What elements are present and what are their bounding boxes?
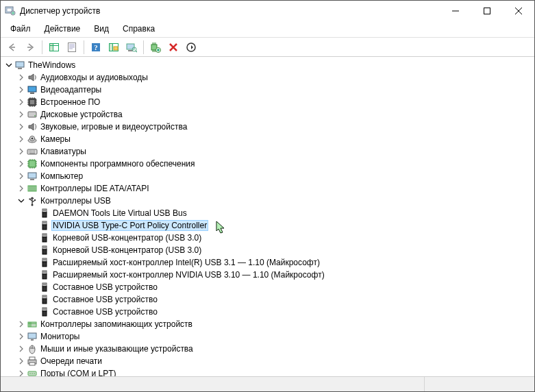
expand-collapse-toggle[interactable] xyxy=(3,60,14,71)
svg-rect-45 xyxy=(42,234,47,237)
firmware-icon xyxy=(27,97,38,108)
expand-collapse-toggle[interactable] xyxy=(16,331,27,342)
toolbar-forward-button[interactable] xyxy=(22,39,38,56)
tree-item[interactable]: Контроллеры IDE ATA/ATAPI xyxy=(3,182,534,195)
storage-icon xyxy=(27,319,38,330)
tree-item[interactable]: Очереди печати xyxy=(3,355,534,367)
tree-item-label: Корневой USB-концентратор (USB 3.0) xyxy=(51,245,203,255)
svg-rect-42 xyxy=(42,225,47,230)
toolbar-help-button[interactable]: ? xyxy=(88,39,104,56)
tree-item-label: Аудиовходы и аудиовыходы xyxy=(39,73,149,82)
expand-collapse-toggle[interactable] xyxy=(16,134,27,145)
svg-rect-51 xyxy=(44,247,45,248)
expand-collapse-toggle[interactable] xyxy=(16,195,27,206)
tree-item[interactable]: Корневой USB-концентратор (USB 3.0) xyxy=(3,244,534,256)
content-pane: TheWindowsАудиовходы и аудиовыходыВидеоа… xyxy=(1,57,534,376)
expand-collapse-toggle[interactable] xyxy=(16,109,27,120)
toolbar-add-legacy-button[interactable] xyxy=(147,39,164,56)
tree-item[interactable]: Контроллеры USB xyxy=(3,195,534,207)
menu-view[interactable]: Вид xyxy=(88,23,114,36)
menu-action[interactable]: Действие xyxy=(39,23,86,36)
toolbar-update-driver-button[interactable] xyxy=(105,39,122,56)
svg-rect-62 xyxy=(42,286,47,291)
tree-item[interactable]: Аудиовходы и аудиовыходы xyxy=(3,71,534,84)
tree-item-label: Расширяемый хост-контроллер Intel(R) USB… xyxy=(51,258,321,267)
tree-item[interactable]: Дисковые устройства xyxy=(3,108,534,121)
svg-rect-52 xyxy=(45,247,46,248)
expand-collapse-toggle[interactable] xyxy=(16,84,27,95)
toolbar-properties-button[interactable] xyxy=(64,39,80,56)
tree-item-label: DAEMON Tools Lite Virtual USB Bus xyxy=(51,208,188,218)
audio-icon xyxy=(27,72,38,83)
tree-item[interactable]: TheWindows xyxy=(3,59,534,71)
tree-item-label: Клавиатуры xyxy=(39,147,88,156)
tree-item[interactable]: Компьютер xyxy=(3,170,534,182)
tree-item[interactable]: DAEMON Tools Lite Virtual USB Bus xyxy=(3,207,534,219)
expand-collapse-toggle[interactable] xyxy=(16,72,27,83)
svg-rect-1 xyxy=(7,8,12,12)
maximize-button[interactable] xyxy=(471,1,503,21)
tree-item[interactable]: Звуковые, игровые и видеоустройства xyxy=(3,121,534,133)
expand-collapse-toggle[interactable] xyxy=(16,158,27,169)
statusbar-pane-left xyxy=(1,377,425,391)
tree-item[interactable]: Корневой USB-концентратор (USB 3.0) xyxy=(3,232,534,244)
tree-item[interactable]: Расширяемый хост-контроллер NVIDIA USB 3… xyxy=(3,269,534,281)
computer-icon xyxy=(27,171,38,182)
svg-rect-47 xyxy=(44,234,45,236)
svg-rect-56 xyxy=(45,259,46,260)
svg-rect-19 xyxy=(18,68,22,69)
expand-collapse-toggle[interactable] xyxy=(16,97,27,108)
tree-item-label: Составное USB устройство xyxy=(51,295,159,304)
usb-icon xyxy=(27,195,38,206)
svg-rect-3 xyxy=(484,8,490,14)
svg-rect-57 xyxy=(42,271,47,274)
svg-rect-70 xyxy=(42,311,47,316)
tree-item[interactable]: Клавиатуры xyxy=(3,145,534,158)
device-tree[interactable]: TheWindowsАудиовходы и аудиовыходыВидеоа… xyxy=(1,58,534,376)
expand-collapse-toggle[interactable] xyxy=(16,356,27,367)
tree-item[interactable]: Контроллеры запоминающих устройств xyxy=(3,318,534,330)
menu-help[interactable]: Справка xyxy=(117,23,160,36)
tree-item-label: Компоненты программного обеспечения xyxy=(39,159,197,169)
usb-device-icon xyxy=(39,257,50,268)
window-controls xyxy=(440,1,534,21)
tree-item[interactable]: NVIDIA USB Type-C Port Policy Controller xyxy=(3,219,534,232)
disk-icon xyxy=(27,109,38,120)
tree-item[interactable]: Расширяемый хост-контроллер Intel(R) USB… xyxy=(3,256,534,269)
toolbar-uninstall-button[interactable] xyxy=(165,39,182,56)
toolbar-scan-hardware-button[interactable] xyxy=(123,39,140,56)
svg-point-36 xyxy=(34,199,36,201)
expand-collapse-toggle[interactable] xyxy=(16,121,27,132)
tree-item[interactable]: Порты (COM и LPT) xyxy=(3,367,534,376)
tree-item[interactable]: Составное USB устройство xyxy=(3,306,534,318)
tree-item-label: Расширяемый хост-контроллер NVIDIA USB 3… xyxy=(51,270,326,280)
tree-item[interactable]: Составное USB устройство xyxy=(3,293,534,306)
tree-item[interactable]: Компоненты программного обеспечения xyxy=(3,158,534,170)
toolbar-disable-button[interactable] xyxy=(183,39,199,56)
tree-item[interactable]: Камеры xyxy=(3,133,534,145)
tree-item[interactable]: Видеоадаптеры xyxy=(3,84,534,96)
svg-point-25 xyxy=(34,115,36,117)
tree-item[interactable]: Составное USB устройство xyxy=(3,281,534,293)
svg-rect-55 xyxy=(44,259,45,260)
svg-rect-69 xyxy=(42,308,47,311)
expand-collapse-toggle[interactable] xyxy=(16,319,27,330)
toolbar-back-button[interactable] xyxy=(4,39,21,56)
minimize-button[interactable] xyxy=(440,1,471,21)
tree-item[interactable]: Мыши и иные указывающие устройства xyxy=(3,343,534,355)
expand-collapse-toggle[interactable] xyxy=(16,368,27,376)
svg-rect-65 xyxy=(42,295,47,299)
tree-item[interactable]: Встроенное ПО xyxy=(3,96,534,108)
expand-collapse-toggle[interactable] xyxy=(16,343,27,354)
svg-rect-50 xyxy=(42,249,47,254)
expand-collapse-toggle[interactable] xyxy=(16,146,27,157)
close-button[interactable] xyxy=(503,1,534,21)
expand-collapse-toggle[interactable] xyxy=(16,183,27,194)
expand-collapse-toggle[interactable] xyxy=(16,171,27,182)
svg-rect-20 xyxy=(28,86,36,92)
app-icon xyxy=(5,5,16,16)
tree-item[interactable]: Мониторы xyxy=(3,330,534,343)
toolbar-show-hide-tree-button[interactable] xyxy=(46,39,62,56)
tree-item-label: Мониторы xyxy=(39,332,81,341)
menu-file[interactable]: Файл xyxy=(5,23,36,36)
